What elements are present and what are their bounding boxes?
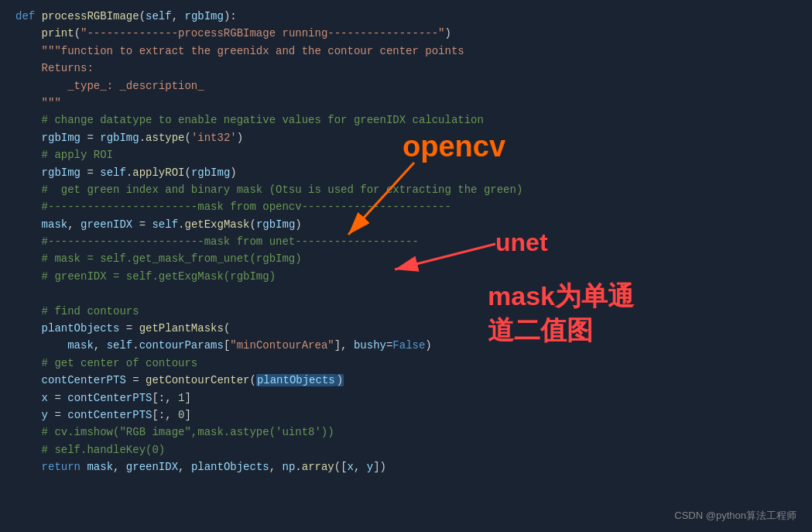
code-container: def processRGBImage(self, rgbImg): print… bbox=[0, 0, 812, 532]
code-line-18: # find contours bbox=[15, 303, 797, 320]
code-line-14: #------------------------mask from unet-… bbox=[15, 233, 797, 250]
code-line-19: plantObjects = getPlantMasks( bbox=[15, 320, 797, 337]
code-line-6: """ bbox=[15, 94, 797, 112]
code-line-9: # apply ROI bbox=[15, 146, 797, 163]
code-line-4: Returns: bbox=[15, 60, 797, 77]
code-line-8: rgbImg = rgbImg.astype('int32') bbox=[15, 129, 797, 146]
code-line-24: y = contCenterPTS[:, 0] bbox=[15, 407, 797, 424]
code-line-21: # get center of contours bbox=[15, 355, 797, 372]
code-line-17 bbox=[15, 285, 797, 302]
code-line-20: mask, self.contourParams["minContourArea… bbox=[15, 337, 797, 354]
code-line-25: # cv.imshow("RGB image",mask.astype('uin… bbox=[15, 424, 797, 441]
code-line-2: print("--------------processRGBImage run… bbox=[15, 25, 797, 42]
code-line-16: # greenIDX = self.getExgMask(rgbImg) bbox=[15, 268, 797, 285]
code-line-27: return mask, greenIDX, plantObjects, np.… bbox=[15, 458, 797, 475]
code-line-11: # get green index and binary mask (Otsu … bbox=[15, 181, 797, 198]
code-line-12: #-----------------------mask from opencv… bbox=[15, 198, 797, 215]
code-line-1: def processRGBImage(self, rgbImg): bbox=[15, 8, 797, 25]
code-line-3: """function to extract the greenidx and … bbox=[15, 43, 797, 60]
code-line-5: _type_: _description_ bbox=[15, 77, 797, 94]
code-line-10: rgbImg = self.applyROI(rgbImg) bbox=[15, 164, 797, 181]
watermark: CSDN @python算法工程师 bbox=[674, 509, 797, 523]
code-line-15: # mask = self.get_mask_from_unet(rgbImg) bbox=[15, 250, 797, 267]
code-line-23: x = contCenterPTS[:, 1] bbox=[15, 390, 797, 407]
code-block: def processRGBImage(self, rgbImg): print… bbox=[0, 8, 812, 476]
code-line-7: # change datatype to enable negative val… bbox=[15, 112, 797, 129]
code-line-13: mask, greenIDX = self.getExgMask(rgbImg) bbox=[15, 216, 797, 233]
code-line-22: contCenterPTS = getContourCenter(plantOb… bbox=[15, 372, 797, 389]
code-line-26: # self.handleKey(0) bbox=[15, 441, 797, 458]
